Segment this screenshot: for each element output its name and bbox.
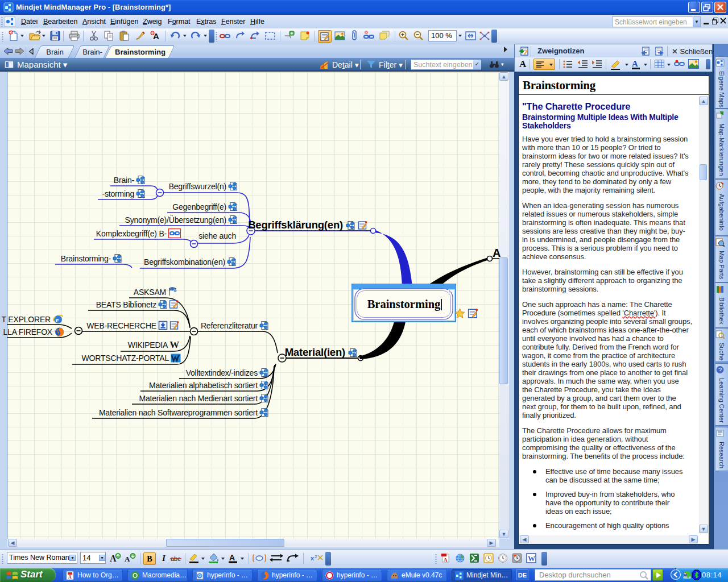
svg-text:2: 2: [315, 554, 317, 559]
svg-text:A: A: [229, 553, 235, 562]
svg-text:x: x: [311, 555, 315, 562]
svg-text:A: A: [444, 557, 448, 563]
svg-text:W: W: [528, 554, 535, 563]
svg-text:A: A: [68, 575, 72, 580]
svg-text:A: A: [632, 59, 638, 68]
svg-text:A: A: [125, 555, 130, 563]
svg-text:?: ?: [718, 367, 722, 373]
